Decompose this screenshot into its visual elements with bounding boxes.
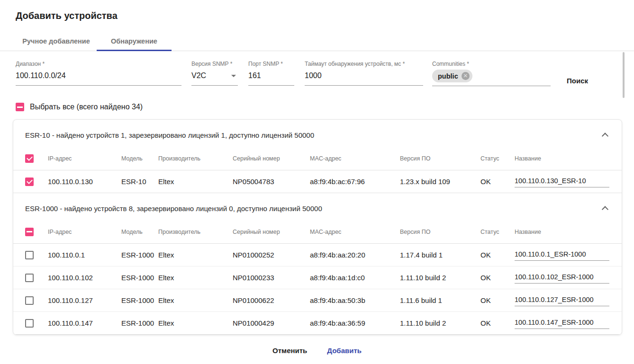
column-header: Производитель — [158, 229, 233, 235]
tab-manual-add-label: Ручное добавление — [22, 37, 90, 45]
cell-vendor: Eltex — [158, 296, 233, 304]
group-select-checkbox[interactable] — [25, 228, 34, 236]
cell-fw: 1.11.10 build 2 — [400, 319, 480, 327]
range-label: Диапазон * — [16, 61, 181, 67]
snmp-version-label: Версия SNMP * — [191, 61, 238, 67]
cell-model: ESR-1000 — [121, 274, 158, 282]
device-row: 100.110.0.130ESR-10EltexNP05004783a8:f9:… — [13, 170, 622, 193]
tab-bar: Ручное добавление Обнаружение — [0, 32, 634, 51]
cell-serial: NP01000233 — [233, 274, 310, 282]
group-header: ESR-1000 - найдено устройств 8, зарезерв… — [13, 193, 622, 220]
add-devices-dialog: Добавить устройства Ручное добавление Об… — [0, 0, 634, 364]
cell-mac: a8:f9:4b:aa:1d:c0 — [310, 274, 400, 282]
snmp-port-field: Порт SNMP * — [248, 61, 294, 86]
device-name-input[interactable] — [515, 272, 609, 284]
column-header: Производитель — [158, 155, 233, 162]
cell-name — [515, 176, 610, 187]
row-checkbox[interactable] — [25, 251, 34, 259]
column-header: Статус — [480, 155, 515, 162]
cell-status: OK — [480, 251, 515, 259]
device-name-input[interactable] — [515, 295, 609, 306]
device-name-input[interactable] — [515, 318, 609, 329]
snmp-version-value: V2C — [191, 71, 206, 80]
tab-discovery-label: Обнаружение — [111, 37, 157, 45]
timeout-input[interactable] — [305, 71, 423, 80]
cell-ip: 100.110.0.130 — [48, 178, 121, 186]
cell-mac: a8:f9:4b:aa:20:20 — [310, 251, 400, 259]
range-input[interactable] — [16, 71, 181, 80]
cell-status: OK — [480, 319, 515, 327]
dialog-actions: Отменить Добавить — [0, 344, 634, 357]
cell-mac: a8:f9:4b:aa:50:3b — [310, 296, 400, 304]
column-header: Версия ПО — [400, 155, 480, 162]
cell-ip: 100.110.0.127 — [48, 296, 121, 304]
device-group: ESR-10 - найдено устройств 1, зарезервир… — [13, 120, 622, 193]
device-name-input[interactable] — [515, 249, 609, 261]
row-checkbox[interactable] — [25, 274, 34, 282]
column-header: IP-адрес — [48, 229, 121, 235]
cell-model: ESR-1000 — [121, 319, 158, 327]
cell-fw: 1.17.4 build 1 — [400, 251, 480, 259]
cell-mac: a8:f9:4b:ac:67:96 — [310, 178, 400, 186]
snmp-port-label: Порт SNMP * — [248, 61, 294, 67]
cell-vendor: Eltex — [158, 178, 233, 186]
snmp-version-field: Версия SNMP * V2C — [191, 61, 238, 86]
communities-input[interactable]: public ✕ — [432, 70, 551, 86]
device-name-input[interactable] — [515, 176, 609, 187]
cell-serial: NP01000252 — [233, 251, 310, 259]
arrow-drop-down-icon — [231, 75, 236, 77]
search-button[interactable]: Поиск — [563, 74, 592, 88]
cancel-button[interactable]: Отменить — [271, 344, 309, 357]
cell-status: OK — [480, 274, 515, 282]
column-header: Серийный номер — [233, 229, 310, 235]
device-group: ESR-1000 - найдено устройств 8, зарезерв… — [13, 193, 622, 335]
column-header: MAC-адрес — [310, 229, 400, 235]
row-checkbox[interactable] — [25, 319, 34, 328]
column-header: Название — [515, 229, 610, 235]
vertical-scrollbar[interactable] — [623, 52, 625, 98]
row-checkbox[interactable] — [25, 178, 34, 186]
cell-status: OK — [480, 178, 515, 186]
chevron-up-icon[interactable] — [602, 133, 608, 139]
community-chip-label: public — [438, 72, 458, 80]
column-header: IP-адрес — [48, 155, 121, 162]
cell-vendor: Eltex — [158, 251, 233, 259]
discovery-form: Диапазон * Версия SNMP * V2C Порт SNMP *… — [16, 61, 618, 88]
tab-discovery[interactable]: Обнаружение — [97, 32, 172, 51]
cell-fw: 1.11.10 build 2 — [400, 274, 480, 282]
select-all-label: Выбрать все (всего найдено 34) — [30, 103, 143, 111]
cell-vendor: Eltex — [158, 274, 233, 282]
add-button[interactable]: Добавить — [325, 344, 363, 357]
cell-name — [515, 295, 610, 306]
communities-label: Communities * — [432, 61, 551, 67]
group-title: ESR-10 - найдено устройств 1, зарезервир… — [25, 131, 314, 139]
column-header: Модель — [121, 155, 158, 162]
device-row: 100.110.0.147ESR-1000EltexNP01000429a8:f… — [13, 312, 622, 335]
chevron-up-icon[interactable] — [602, 206, 608, 213]
column-header: Статус — [480, 229, 515, 235]
device-row: 100.110.0.102ESR-1000EltexNP01000233a8:f… — [13, 266, 622, 289]
cancel-circle-icon[interactable]: ✕ — [462, 72, 470, 80]
cell-model: ESR-10 — [121, 178, 158, 186]
cell-model: ESR-1000 — [121, 251, 158, 259]
timeout-label: Таймаут обнаружения устройств, мс * — [305, 61, 423, 67]
cell-model: ESR-1000 — [121, 296, 158, 304]
group-select-checkbox[interactable] — [25, 154, 34, 163]
select-all-checkbox[interactable] — [16, 103, 24, 111]
tab-manual-add[interactable]: Ручное добавление — [16, 32, 97, 51]
cell-ip: 100.110.0.147 — [48, 319, 121, 327]
cell-ip: 100.110.0.1 — [48, 251, 121, 259]
group-title: ESR-1000 - найдено устройств 8, зарезерв… — [25, 204, 322, 213]
cell-fw: 1.23.x build 109 — [400, 178, 480, 186]
snmp-version-select[interactable]: V2C — [191, 71, 238, 86]
column-header: Версия ПО — [400, 229, 480, 235]
cell-mac: a8:f9:4b:aa:36:59 — [310, 319, 400, 327]
cell-vendor: Eltex — [158, 319, 233, 327]
snmp-port-input[interactable] — [248, 71, 294, 80]
column-header: MAC-адрес — [310, 155, 400, 162]
column-header: Серийный номер — [233, 155, 310, 162]
column-header: Модель — [121, 229, 158, 235]
row-checkbox[interactable] — [25, 296, 34, 305]
cell-serial: NP01000429 — [233, 319, 310, 327]
group-header: ESR-10 - найдено устройств 1, зарезервир… — [13, 120, 622, 147]
